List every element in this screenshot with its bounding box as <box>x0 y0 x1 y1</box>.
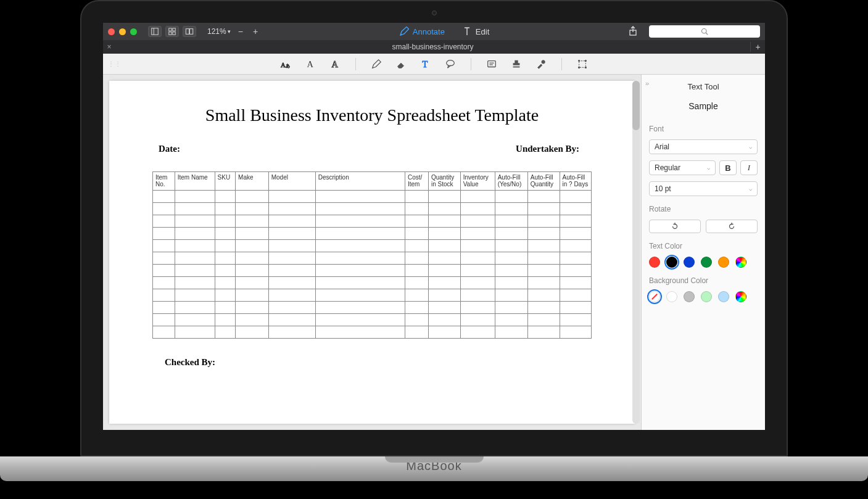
eraser-tool[interactable] <box>394 57 408 71</box>
text-color-swatch[interactable] <box>718 257 729 268</box>
table-cell <box>428 203 460 215</box>
scrollbar-thumb[interactable] <box>632 81 640 130</box>
text-color-picker-button[interactable] <box>735 257 746 268</box>
table-cell <box>495 314 527 326</box>
font-family-select[interactable]: Arial ⌵ <box>649 139 758 154</box>
table-cell <box>236 203 269 215</box>
zoom-value: 121% <box>207 27 226 36</box>
svg-rect-6 <box>186 29 189 35</box>
svg-rect-5 <box>173 32 175 35</box>
font-size-select[interactable]: 10 pt ⌵ <box>649 181 758 196</box>
bg-color-swatch[interactable] <box>666 291 677 302</box>
toolbar-grip: ⋮⋮ <box>108 60 122 67</box>
bg-color-swatch[interactable] <box>684 291 695 302</box>
table-cell <box>153 203 175 215</box>
svg-rect-18 <box>488 60 496 67</box>
search-input[interactable] <box>649 25 760 38</box>
rotate-cw-button[interactable] <box>706 220 758 233</box>
zoom-in-button[interactable]: + <box>250 27 260 36</box>
table-cell <box>495 215 527 228</box>
font-outline-tool[interactable]: A <box>328 57 342 71</box>
zoom-out-button[interactable]: − <box>236 27 246 36</box>
bold-button[interactable]: B <box>719 160 737 175</box>
layout-grid-button[interactable] <box>165 26 179 37</box>
rotate-section-label: Rotate <box>649 205 758 213</box>
tab-title[interactable]: small-business-inventory <box>115 43 750 51</box>
table-cell <box>315 228 405 240</box>
table-cell <box>495 203 527 215</box>
tab-close-button[interactable]: × <box>103 43 115 51</box>
table-cell <box>236 240 269 252</box>
vertical-scrollbar[interactable] <box>632 81 640 424</box>
table-cell <box>153 191 175 203</box>
table-cell <box>428 240 460 252</box>
maximize-window-button[interactable] <box>130 28 137 35</box>
stamp-tool[interactable] <box>510 57 523 71</box>
zoom-control[interactable]: 121% ▾ <box>207 27 231 36</box>
bg-color-none-swatch[interactable] <box>649 291 660 302</box>
table-cell <box>215 289 236 302</box>
undertaken-by-label: Undertaken By: <box>516 144 579 154</box>
app-window: 121% ▾ − + Annotate Edit <box>103 23 765 430</box>
bg-color-swatch[interactable] <box>701 291 712 302</box>
font-weight-select[interactable]: Regular ⌵ <box>649 160 716 175</box>
text-tool[interactable]: T <box>419 57 432 71</box>
eyedropper-tool[interactable] <box>534 57 548 71</box>
bg-color-swatch[interactable] <box>718 291 729 302</box>
table-cell <box>153 302 175 314</box>
rotate-ccw-button[interactable] <box>649 220 701 233</box>
table-cell <box>268 302 315 314</box>
page: Small Business Inventory Spreadsheet Tem… <box>109 81 635 424</box>
table-cell <box>560 326 592 339</box>
share-button[interactable] <box>628 26 638 38</box>
table-cell <box>236 228 269 240</box>
table-cell <box>215 314 236 326</box>
table-cell <box>236 265 269 277</box>
table-cell <box>405 326 428 339</box>
table-cell <box>428 252 460 265</box>
minimize-window-button[interactable] <box>119 28 126 35</box>
crop-tool[interactable] <box>576 57 589 71</box>
svg-line-11 <box>706 33 708 35</box>
tab-add-button[interactable]: + <box>750 42 765 52</box>
table-cell <box>315 326 405 339</box>
layout-dual-button[interactable] <box>183 26 196 37</box>
text-style-tool[interactable]: Aあ <box>279 57 292 71</box>
table-cell <box>175 289 215 302</box>
table-cell <box>236 191 269 203</box>
table-cell <box>405 240 428 252</box>
text-color-swatch[interactable] <box>649 257 660 268</box>
bg-color-picker-button[interactable] <box>735 291 746 302</box>
note-tool[interactable] <box>485 57 498 71</box>
titlebar: 121% ▾ − + Annotate Edit <box>103 23 765 40</box>
italic-button[interactable]: I <box>740 160 758 175</box>
text-color-swatch[interactable] <box>701 257 712 268</box>
table-cell <box>405 314 428 326</box>
table-cell <box>527 326 560 339</box>
close-window-button[interactable] <box>108 28 115 35</box>
collapse-panel-button[interactable]: » <box>645 80 649 87</box>
speech-bubble-tool[interactable] <box>444 57 457 71</box>
table-cell <box>495 191 527 203</box>
document-viewport[interactable]: Small Business Inventory Spreadsheet Tem… <box>103 75 642 430</box>
table-cell <box>153 289 175 302</box>
column-header: Auto-Fill in ? Days <box>560 172 592 191</box>
pencil-tool[interactable] <box>370 57 383 71</box>
table-row <box>153 265 592 277</box>
layout-single-button[interactable] <box>148 26 162 37</box>
svg-point-26 <box>579 67 580 68</box>
edit-mode-button[interactable]: Edit <box>462 27 489 36</box>
table-cell <box>315 191 405 203</box>
table-cell <box>153 228 175 240</box>
annotate-mode-button[interactable]: Annotate <box>399 27 445 36</box>
text-color-swatch[interactable] <box>666 257 677 268</box>
column-header: Item No. <box>153 172 175 191</box>
tabbar: × small-business-inventory + <box>103 40 765 54</box>
svg-rect-4 <box>169 32 172 35</box>
font-serif-tool[interactable]: A <box>304 57 317 71</box>
table-cell <box>460 215 495 228</box>
chevron-down-icon: ⌵ <box>749 144 752 150</box>
chevron-down-icon: ⌵ <box>749 186 752 192</box>
text-color-swatch[interactable] <box>684 257 695 268</box>
table-row <box>153 215 592 228</box>
